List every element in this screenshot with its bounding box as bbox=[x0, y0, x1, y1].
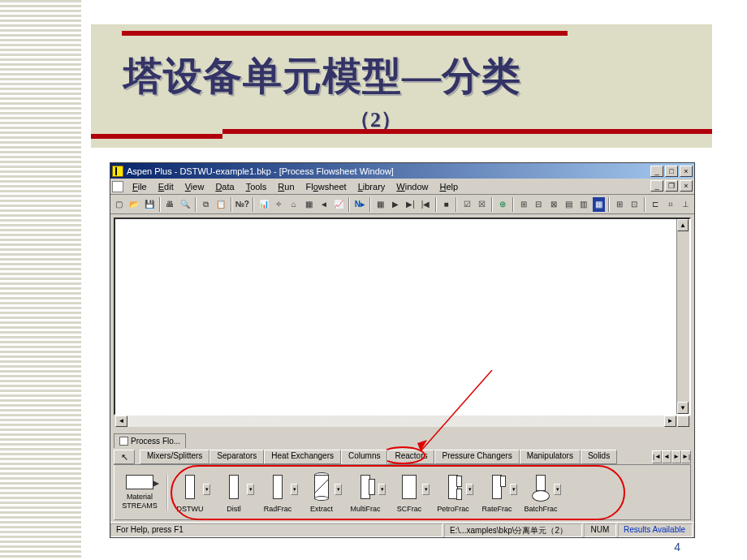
rewind-icon[interactable]: |◀ bbox=[418, 196, 433, 213]
titlebar[interactable]: Aspen Plus - DSTWU-example1.bkp - [Proce… bbox=[110, 163, 694, 179]
tab-columns[interactable]: Columns bbox=[341, 450, 387, 464]
tool-icon[interactable]: 📈 bbox=[332, 196, 347, 213]
tool-icon[interactable]: 📊 bbox=[257, 196, 271, 213]
tab-scroll-left-icon[interactable]: |◄ bbox=[652, 450, 662, 463]
scroll-up-icon[interactable]: ▲ bbox=[677, 219, 689, 231]
dropdown-icon[interactable]: ▾ bbox=[466, 484, 473, 495]
palette-item-scfrac[interactable]: ▾ SCFrac bbox=[387, 472, 431, 513]
menu-window[interactable]: Window bbox=[391, 180, 434, 193]
paste-icon[interactable]: 📋 bbox=[214, 196, 228, 213]
tool-icon[interactable]: ☑ bbox=[460, 196, 474, 213]
print-icon[interactable]: 🖶 bbox=[163, 196, 178, 213]
play-icon[interactable]: ▶ bbox=[388, 196, 403, 213]
material-streams-button[interactable]: Material STREAMS bbox=[118, 475, 168, 510]
tool-icon[interactable]: ▦ bbox=[592, 196, 607, 213]
dropdown-icon[interactable]: ▾ bbox=[378, 484, 386, 495]
scroll-down-icon[interactable]: ▼ bbox=[677, 402, 689, 414]
copy-icon[interactable]: ⧉ bbox=[199, 196, 214, 213]
tool-icon[interactable]: ⌗ bbox=[663, 196, 678, 213]
tool-icon[interactable]: ▥ bbox=[576, 196, 591, 213]
new-icon[interactable]: ▢ bbox=[112, 196, 127, 213]
tool-icon[interactable]: ⊏ bbox=[648, 196, 663, 213]
menu-help[interactable]: Help bbox=[434, 180, 464, 193]
tab-scroll-left2-icon[interactable]: ◄ bbox=[662, 450, 671, 463]
save-icon[interactable]: 💾 bbox=[142, 196, 157, 213]
mdi-icon[interactable] bbox=[112, 181, 123, 192]
menu-view[interactable]: View bbox=[179, 180, 210, 193]
palette-item-radfrac[interactable]: ▾ RadFrac bbox=[256, 472, 300, 513]
menu-edit[interactable]: Edit bbox=[153, 180, 179, 193]
palette-item-distl[interactable]: ▾ Distl bbox=[212, 472, 256, 513]
minimize-button[interactable]: _ bbox=[650, 166, 663, 177]
close-button[interactable]: × bbox=[680, 166, 693, 177]
column-icon bbox=[221, 472, 247, 503]
open-icon[interactable]: 📂 bbox=[127, 196, 142, 213]
tool-icon[interactable]: ⊡ bbox=[628, 196, 642, 213]
help-icon[interactable]: №? bbox=[235, 196, 250, 213]
menu-data[interactable]: Data bbox=[209, 180, 240, 193]
mdi-restore-button[interactable]: ❐ bbox=[665, 180, 678, 192]
tool-icon[interactable]: ⊞ bbox=[612, 196, 627, 213]
vertical-scrollbar[interactable]: ▲ ▼ bbox=[676, 219, 689, 414]
separator bbox=[348, 197, 350, 212]
tool-icon[interactable]: ⌂ bbox=[287, 196, 301, 213]
scroll-right-icon[interactable]: ► bbox=[664, 416, 676, 427]
model-palette: ↖ Mixers/Splitters Separators Heat Excha… bbox=[114, 450, 691, 520]
tab-reactors[interactable]: Reactors bbox=[387, 450, 434, 464]
status-num: NUM bbox=[584, 523, 616, 537]
tool-icon[interactable]: ▤ bbox=[562, 196, 576, 213]
tool-icon[interactable]: ◄ bbox=[317, 196, 331, 213]
dropdown-icon[interactable]: ▾ bbox=[510, 484, 517, 495]
menu-flowsheet[interactable]: Flowsheet bbox=[300, 180, 352, 193]
tab-mixers-splitters[interactable]: Mixers/Splitters bbox=[140, 450, 209, 464]
mdi-close-button[interactable]: × bbox=[680, 180, 693, 192]
run-icon[interactable]: ▦ bbox=[374, 196, 388, 213]
arrow-cursor-icon[interactable]: ↖ bbox=[114, 450, 135, 464]
app-icon bbox=[112, 166, 123, 177]
menu-library[interactable]: Library bbox=[352, 180, 391, 193]
palette-item-extract[interactable]: ▾ Extract bbox=[300, 472, 343, 513]
tab-heat-exchangers[interactable]: Heat Exchangers bbox=[264, 450, 341, 464]
menu-file[interactable]: File bbox=[127, 180, 153, 193]
tab-manipulators[interactable]: Manipulators bbox=[520, 450, 581, 464]
palette-item-dstwu[interactable]: ▾ DSTWU bbox=[168, 472, 212, 513]
flowsheet-canvas[interactable]: ▲ ▼ ◄ ► bbox=[114, 218, 691, 416]
dropdown-icon[interactable]: ▾ bbox=[291, 484, 298, 495]
menu-tools[interactable]: Tools bbox=[240, 180, 273, 193]
step-icon[interactable]: ▶| bbox=[404, 196, 418, 213]
palette-item-ratefrac[interactable]: ▾ RateFrac bbox=[475, 472, 519, 513]
tool-icon[interactable]: ⊥ bbox=[678, 196, 693, 213]
scroll-track[interactable] bbox=[127, 416, 664, 427]
tab-solids[interactable]: Solids bbox=[581, 450, 617, 464]
preview-icon[interactable]: 🔍 bbox=[178, 196, 192, 213]
tab-scroll-right2-icon[interactable]: ►| bbox=[681, 450, 691, 463]
palette-item-multifrac[interactable]: ▾ MultiFrac bbox=[343, 472, 387, 513]
palette-item-batchfrac[interactable]: ▾ BatchFrac bbox=[519, 472, 563, 513]
menu-run[interactable]: Run bbox=[272, 180, 300, 193]
maximize-button[interactable]: □ bbox=[665, 166, 678, 177]
tab-separators[interactable]: Separators bbox=[209, 450, 264, 464]
tool-icon[interactable]: ⊞ bbox=[516, 196, 531, 213]
horizontal-scrollbar[interactable]: ◄ ► bbox=[115, 416, 689, 429]
dropdown-icon[interactable]: ▾ bbox=[247, 484, 254, 495]
next-icon[interactable]: N▸ bbox=[352, 196, 367, 213]
tool-icon[interactable]: ⊠ bbox=[546, 196, 561, 213]
mdi-minimize-button[interactable]: _ bbox=[650, 180, 663, 192]
tool-icon[interactable]: ⊟ bbox=[531, 196, 546, 213]
status-results[interactable]: Results Available bbox=[618, 523, 693, 537]
material-label2: STREAMS bbox=[118, 502, 162, 510]
tool-icon[interactable]: ☒ bbox=[475, 196, 490, 213]
stop-icon[interactable]: ■ bbox=[439, 196, 454, 213]
tool-icon[interactable]: ✧ bbox=[272, 196, 287, 213]
tab-scroll-right-icon[interactable]: ► bbox=[671, 450, 681, 463]
palette-item-petrofrac[interactable]: ▾ PetroFrac bbox=[431, 472, 475, 513]
dropdown-icon[interactable]: ▾ bbox=[203, 484, 210, 495]
dropdown-icon[interactable]: ▾ bbox=[335, 484, 342, 495]
scroll-left-icon[interactable]: ◄ bbox=[115, 416, 127, 427]
dropdown-icon[interactable]: ▾ bbox=[422, 484, 430, 495]
mdi-tab-process-flowsheet[interactable]: Process Flo... bbox=[114, 433, 186, 448]
tab-pressure-changers[interactable]: Pressure Changers bbox=[434, 450, 519, 464]
dropdown-icon[interactable]: ▾ bbox=[554, 484, 561, 495]
tool-icon[interactable]: ⊛ bbox=[495, 196, 510, 213]
tool-icon[interactable]: ▦ bbox=[302, 196, 317, 213]
